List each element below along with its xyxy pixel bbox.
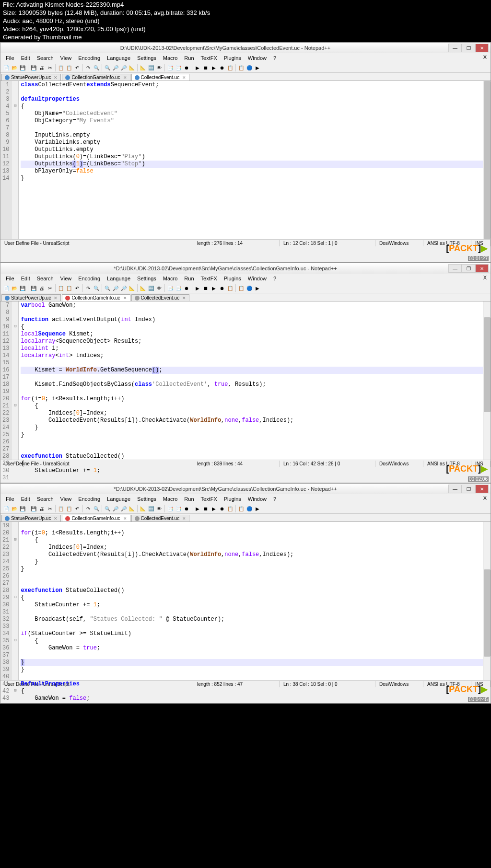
toolbar-button-10[interactable]: 🔍 bbox=[93, 64, 100, 71]
toolbar-button-11[interactable]: 🔍 bbox=[104, 505, 111, 512]
toolbar-button-14[interactable]: 📐 bbox=[128, 64, 136, 71]
close-button[interactable]: ✕ bbox=[475, 264, 489, 273]
toolbar-button-25[interactable]: 📋 bbox=[226, 64, 234, 71]
code-line-40[interactable] bbox=[21, 673, 489, 681]
toolbar-button-13[interactable]: 🔎 bbox=[120, 505, 128, 512]
toolbar-button-12[interactable]: 🔎 bbox=[112, 64, 119, 71]
code-line-39[interactable]: } bbox=[21, 666, 489, 673]
toolbar-button-24[interactable]: ⏺ bbox=[218, 64, 226, 71]
menu-view[interactable]: View bbox=[57, 275, 75, 282]
menu-search[interactable]: Search bbox=[34, 495, 57, 503]
title-bar[interactable]: *D:\UDK\UDK-2013-02\Development\Src\MyGa… bbox=[0, 484, 491, 494]
toolbar-button-18[interactable]: 📑 bbox=[166, 64, 174, 71]
menu-macro[interactable]: Macro bbox=[160, 54, 181, 62]
code-line-34[interactable]: if(StatueCounter >= StatueLimit) bbox=[21, 630, 489, 637]
code-line-15[interactable] bbox=[21, 359, 489, 367]
toolbar-button-0[interactable]: 📄 bbox=[2, 64, 10, 71]
code-line-18[interactable]: Kismet.FindSeqObjectsByClass(class'Colle… bbox=[21, 381, 489, 388]
menu-encoding[interactable]: Encoding bbox=[75, 54, 104, 62]
toolbar-button-15[interactable]: 📐 bbox=[139, 64, 147, 71]
minimize-button[interactable]: — bbox=[448, 485, 462, 493]
toolbar-button-28[interactable]: ▶ bbox=[254, 64, 261, 71]
menu-?[interactable]: ? bbox=[270, 275, 280, 282]
menu-settings[interactable]: Settings bbox=[134, 54, 160, 62]
menu-search[interactable]: Search bbox=[34, 275, 57, 282]
toolbar-button-7[interactable]: 📋 bbox=[65, 505, 73, 512]
toolbar-button-16[interactable]: 🔤 bbox=[147, 284, 155, 292]
toolbar-button-10[interactable]: 🔍 bbox=[93, 284, 100, 292]
toolbar-button-5[interactable]: ✂ bbox=[46, 284, 54, 292]
scrollbar-vertical[interactable] bbox=[483, 522, 491, 680]
menu-window[interactable]: Window bbox=[245, 54, 270, 62]
menu-close-icon[interactable]: X bbox=[483, 54, 487, 60]
code-line-31[interactable] bbox=[21, 475, 489, 482]
tab-close-icon[interactable]: ✕ bbox=[182, 296, 186, 301]
code-line-19[interactable] bbox=[21, 522, 489, 530]
maximize-button[interactable]: ❐ bbox=[462, 264, 475, 273]
code-line-10[interactable]: { bbox=[21, 324, 489, 331]
toolbar-button-6[interactable]: 📋 bbox=[57, 284, 65, 292]
tab-collectedevent-uc[interactable]: CollectedEvent.uc✕ bbox=[131, 515, 190, 521]
toolbar-button-4[interactable]: 🖨 bbox=[38, 64, 46, 71]
toolbar-button-24[interactable]: ⏺ bbox=[218, 505, 226, 512]
menu-view[interactable]: View bbox=[57, 54, 75, 62]
code-line-24[interactable]: } bbox=[21, 424, 489, 431]
toolbar-button-4[interactable]: 🖨 bbox=[38, 505, 46, 512]
code-line-21[interactable]: { bbox=[21, 537, 489, 544]
tab-close-icon[interactable]: ✕ bbox=[54, 75, 58, 80]
toolbar-button-8[interactable]: ↶ bbox=[73, 64, 81, 71]
code-line-29[interactable]: { bbox=[21, 460, 489, 467]
minimize-button[interactable]: — bbox=[448, 44, 462, 52]
title-bar[interactable]: *D:\UDK\UDK-2013-02\Development\Src\MyGa… bbox=[0, 263, 491, 274]
code-line-23[interactable]: CollectedEvent(Results[i]).CheckActivate… bbox=[21, 551, 489, 558]
code-line-30[interactable]: StatueCounter += 1; bbox=[21, 602, 489, 609]
code-line-16[interactable]: Kismet = WorldInfo.GetGameSequence(); bbox=[21, 367, 489, 374]
toolbar-button-10[interactable]: 🔍 bbox=[93, 505, 100, 512]
toolbar-button-1[interactable]: 📂 bbox=[11, 64, 18, 71]
code-area[interactable]: class CollectedEvent extends SequenceEve… bbox=[19, 81, 491, 239]
code-line-35[interactable]: { bbox=[21, 637, 489, 645]
toolbar-button-16[interactable]: 🔤 bbox=[147, 64, 155, 71]
toolbar-button-3[interactable]: 💾 bbox=[30, 284, 37, 292]
menu-edit[interactable]: Edit bbox=[18, 495, 34, 503]
tab-close-icon[interactable]: ✕ bbox=[182, 516, 186, 521]
menu-language[interactable]: Language bbox=[104, 495, 134, 503]
code-line-8[interactable] bbox=[21, 309, 489, 316]
code-line-9[interactable]: function activateEventOutput(int Index) bbox=[21, 316, 489, 324]
close-button[interactable]: ✕ bbox=[475, 485, 489, 493]
toolbar-button-24[interactable]: ⏺ bbox=[218, 284, 226, 292]
menu-macro[interactable]: Macro bbox=[160, 495, 181, 503]
close-button[interactable]: ✕ bbox=[475, 44, 489, 52]
code-line-8[interactable]: InputLinks.empty bbox=[21, 132, 489, 139]
code-line-28[interactable]: exec function StatueCollected() bbox=[21, 453, 489, 460]
code-area[interactable]: var bool GameWon;function activateEventO… bbox=[19, 301, 491, 460]
toolbar-button-22[interactable]: ⏹ bbox=[202, 284, 210, 292]
menu-file[interactable]: File bbox=[2, 54, 18, 62]
code-line-4[interactable]: { bbox=[21, 103, 489, 110]
toolbar-button-7[interactable]: 📋 bbox=[65, 284, 73, 292]
code-line-27[interactable] bbox=[21, 446, 489, 453]
code-line-29[interactable]: { bbox=[21, 594, 489, 602]
menu-search[interactable]: Search bbox=[34, 54, 57, 62]
toolbar-button-6[interactable]: 📋 bbox=[57, 64, 65, 71]
toolbar-button-26[interactable]: 📋 bbox=[237, 284, 245, 292]
tab-collectedevent-uc[interactable]: CollectedEvent.uc✕ bbox=[131, 294, 190, 301]
tab-statuepowerup-uc[interactable]: StatuePowerUp.uc✕ bbox=[1, 294, 61, 301]
code-line-41[interactable]: DefaultProperties bbox=[21, 681, 489, 688]
code-line-25[interactable]: } bbox=[21, 431, 489, 439]
toolbar-button-15[interactable]: 📐 bbox=[139, 284, 147, 292]
menu-file[interactable]: File bbox=[2, 275, 18, 282]
code-line-33[interactable] bbox=[21, 623, 489, 630]
toolbar-button-19[interactable]: 📑 bbox=[175, 64, 182, 71]
toolbar-button-3[interactable]: 💾 bbox=[30, 505, 37, 512]
menu-plugins[interactable]: Plugins bbox=[221, 495, 245, 503]
toolbar-button-20[interactable]: ⏺ bbox=[183, 284, 190, 292]
minimize-button[interactable]: — bbox=[448, 264, 462, 273]
toolbar-button-19[interactable]: 📑 bbox=[175, 505, 182, 512]
menu-textfx[interactable]: TextFX bbox=[198, 54, 221, 62]
code-line-31[interactable] bbox=[21, 609, 489, 616]
code-line-26[interactable] bbox=[21, 573, 489, 580]
toolbar-button-0[interactable]: 📄 bbox=[2, 284, 10, 292]
toolbar-button-21[interactable]: ▶ bbox=[194, 64, 201, 71]
menu-close-icon[interactable]: X bbox=[483, 275, 487, 280]
